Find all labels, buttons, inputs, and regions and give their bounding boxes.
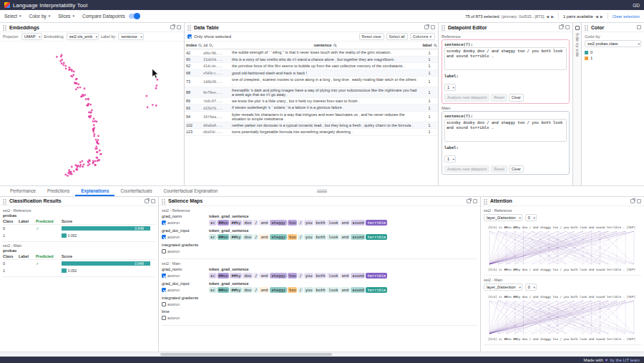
salience-token[interactable]: too bbox=[288, 273, 298, 279]
salience-token[interactable]: and bbox=[259, 287, 269, 293]
salience-token[interactable]: doo bbox=[243, 220, 253, 226]
scatter-point[interactable] bbox=[97, 135, 99, 137]
scatter-point[interactable] bbox=[89, 163, 91, 165]
tab-counterfactuals[interactable]: Counterfactuals bbox=[114, 186, 157, 196]
salience-token[interactable]: shaggy bbox=[270, 273, 286, 279]
salience-token[interactable]: and bbox=[340, 234, 350, 240]
salience-token[interactable]: and bbox=[259, 273, 269, 279]
salience-token[interactable]: both bbox=[314, 287, 326, 293]
scatter-point[interactable] bbox=[77, 87, 79, 89]
autorun-checkbox[interactable] bbox=[162, 221, 166, 225]
scatter-point[interactable] bbox=[71, 165, 73, 168]
popout-icon[interactable] bbox=[559, 25, 563, 29]
clear-button[interactable]: Clear bbox=[509, 94, 524, 102]
salience-token[interactable]: ##oo bbox=[218, 234, 230, 240]
scatter-point[interactable] bbox=[94, 133, 96, 135]
projector-select[interactable]: UMAP bbox=[21, 33, 42, 40]
color-by-select[interactable]: sst2 probas class bbox=[585, 40, 641, 47]
drag-handle-icon[interactable] bbox=[585, 25, 586, 26]
table-row[interactable]: 73148b38...one of creepiest , scariest m… bbox=[185, 77, 438, 87]
compare-datapoints-toggle[interactable]: Compare Datapoints bbox=[82, 14, 140, 19]
salience-token[interactable]: sound bbox=[351, 234, 365, 240]
scatter-point[interactable] bbox=[89, 117, 91, 119]
salience-token[interactable]: / bbox=[253, 273, 258, 279]
popout-icon[interactable] bbox=[424, 25, 429, 29]
tab-counterfactual-explanation[interactable]: Counterfactual Explanation bbox=[158, 186, 224, 196]
tab-explanations[interactable]: Explanations bbox=[75, 186, 114, 196]
label-by-select[interactable]: sentence bbox=[118, 33, 143, 40]
autorun-control[interactable]: autorun bbox=[162, 316, 209, 320]
salience-token[interactable]: look bbox=[327, 234, 339, 240]
popout-icon[interactable] bbox=[145, 199, 149, 203]
tab-predictions[interactable]: Predictions bbox=[42, 186, 75, 196]
user-avatar[interactable]: GD bbox=[633, 3, 640, 8]
salience-token[interactable]: shaggy bbox=[270, 287, 286, 293]
salience-token[interactable]: ##by bbox=[230, 234, 242, 240]
footer-team-link[interactable]: by the LIT team bbox=[610, 358, 640, 362]
salience-token[interactable]: look bbox=[327, 273, 339, 279]
scatter-point[interactable] bbox=[82, 165, 84, 168]
columns-button[interactable]: Columns▼ bbox=[410, 33, 435, 41]
scatter-point[interactable] bbox=[73, 170, 75, 173]
drag-handle-icon[interactable] bbox=[3, 25, 4, 26]
scatter-point[interactable] bbox=[97, 151, 99, 153]
scatter-point[interactable] bbox=[79, 161, 82, 163]
maximize-icon[interactable] bbox=[565, 25, 570, 29]
scatter-point[interactable] bbox=[56, 56, 58, 58]
salience-token[interactable]: both bbox=[314, 220, 326, 226]
scatter-point[interactable] bbox=[79, 165, 82, 168]
salience-token[interactable]: you bbox=[304, 287, 314, 293]
scatter-point[interactable] bbox=[60, 56, 62, 58]
embeddings-scatterplot[interactable] bbox=[0, 42, 184, 185]
scatter-point[interactable] bbox=[74, 82, 76, 84]
attention-visualization[interactable]: [CLS] sc ##oo ##by doo / and shaggy too … bbox=[484, 291, 640, 343]
scatter-point[interactable] bbox=[77, 165, 79, 167]
scatter-point[interactable] bbox=[147, 106, 149, 108]
scatter-point[interactable] bbox=[67, 175, 69, 177]
tab-performance[interactable]: Performance bbox=[4, 186, 42, 196]
scatter-point[interactable] bbox=[63, 62, 65, 64]
salience-token[interactable]: / bbox=[298, 220, 303, 226]
scatter-point[interactable] bbox=[94, 160, 97, 163]
head-select[interactable]: 0 bbox=[525, 284, 537, 291]
scatter-point[interactable] bbox=[97, 139, 99, 141]
salience-token[interactable]: terrible bbox=[366, 220, 387, 226]
salience-token[interactable]: doo bbox=[243, 234, 253, 240]
scatter-point[interactable] bbox=[71, 69, 73, 71]
search-icon[interactable] bbox=[209, 44, 212, 47]
scrollbar-thumb[interactable] bbox=[160, 353, 332, 356]
salience-token[interactable]: and bbox=[340, 273, 350, 279]
salience-token[interactable]: and bbox=[340, 220, 350, 226]
classification-row[interactable]: 0✓0.948 bbox=[3, 225, 155, 232]
salience-token[interactable]: sound bbox=[351, 287, 365, 293]
salience-token[interactable]: terrible bbox=[366, 234, 387, 240]
salience-token[interactable]: doo bbox=[243, 287, 253, 293]
next-pair-button[interactable]: ▶ bbox=[600, 14, 603, 19]
layer-select[interactable]: layer_0/attention bbox=[484, 284, 522, 291]
salience-token[interactable]: ##by bbox=[230, 273, 242, 279]
maximize-icon[interactable] bbox=[177, 25, 181, 29]
scatter-point[interactable] bbox=[81, 95, 83, 97]
drag-handle-icon[interactable] bbox=[484, 199, 485, 200]
scatter-point[interactable] bbox=[96, 157, 98, 159]
salience-token[interactable]: and bbox=[340, 287, 350, 293]
scatter-point[interactable] bbox=[79, 87, 82, 89]
layer-select[interactable]: layer_0/attention bbox=[484, 214, 522, 221]
table-row[interactable]: 123dba54c...turns potentially forgettabl… bbox=[185, 129, 438, 135]
scatter-point[interactable] bbox=[65, 67, 67, 69]
scatter-point[interactable] bbox=[71, 173, 73, 175]
salience-token[interactable]: look bbox=[327, 287, 339, 293]
salience-token[interactable]: ##oo bbox=[218, 287, 230, 293]
salience-token[interactable]: / bbox=[253, 220, 258, 226]
only-show-selected-checkbox[interactable] bbox=[187, 34, 192, 39]
salience-token[interactable]: terrible bbox=[366, 273, 387, 279]
head-select[interactable]: 0 bbox=[525, 214, 537, 221]
column-header-index[interactable]: index bbox=[185, 42, 203, 48]
scatter-point[interactable] bbox=[75, 88, 77, 90]
scatter-point[interactable] bbox=[93, 135, 95, 137]
maximize-icon[interactable] bbox=[473, 199, 477, 203]
select-menu[interactable]: Select▼ bbox=[4, 14, 22, 19]
table-row[interactable]: 42a9bc96...the subtle strength of `` ell… bbox=[185, 49, 438, 56]
salience-token[interactable]: both bbox=[314, 273, 326, 279]
autorun-control[interactable]: autorun bbox=[162, 249, 209, 253]
